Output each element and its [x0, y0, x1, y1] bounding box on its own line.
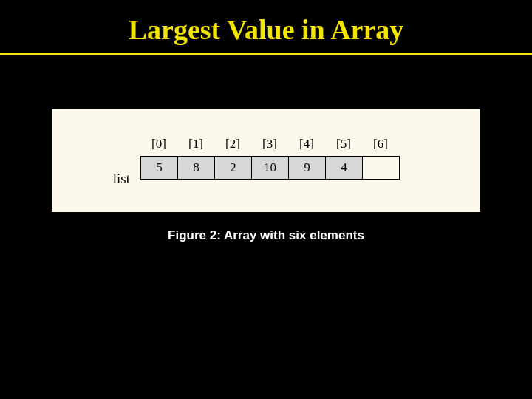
index-label: [4]	[288, 137, 325, 151]
index-row: [0] [1] [2] [3] [4] [5] [6]	[140, 137, 400, 151]
title-rule	[0, 53, 532, 55]
array-cell: 10	[252, 157, 289, 179]
array-cell: 9	[289, 157, 326, 179]
slide: Largest Value in Array [0] [1] [2] [3] […	[0, 0, 532, 399]
figure-panel: [0] [1] [2] [3] [4] [5] [6] list 5 8 2 1…	[52, 109, 480, 212]
index-label: [6]	[362, 137, 399, 151]
array-cell: 4	[326, 157, 363, 179]
index-label: [1]	[177, 137, 214, 151]
slide-title: Largest Value in Array	[0, 0, 532, 46]
array-cell: 8	[178, 157, 215, 179]
array-diagram: [0] [1] [2] [3] [4] [5] [6] list 5 8 2 1…	[140, 137, 400, 180]
index-label: [0]	[140, 137, 177, 151]
figure-caption: Figure 2: Array with six elements	[0, 228, 532, 243]
index-label: [3]	[251, 137, 288, 151]
array-cell: 2	[215, 157, 252, 179]
array-name-text: list	[113, 171, 130, 187]
array-cell: 5	[141, 157, 178, 179]
value-row: list 5 8 2 10 9 4	[140, 156, 400, 180]
index-label: [5]	[325, 137, 362, 151]
array-cells: 5 8 2 10 9 4	[140, 156, 400, 180]
index-label: [2]	[214, 137, 251, 151]
array-cell-empty	[363, 157, 399, 179]
